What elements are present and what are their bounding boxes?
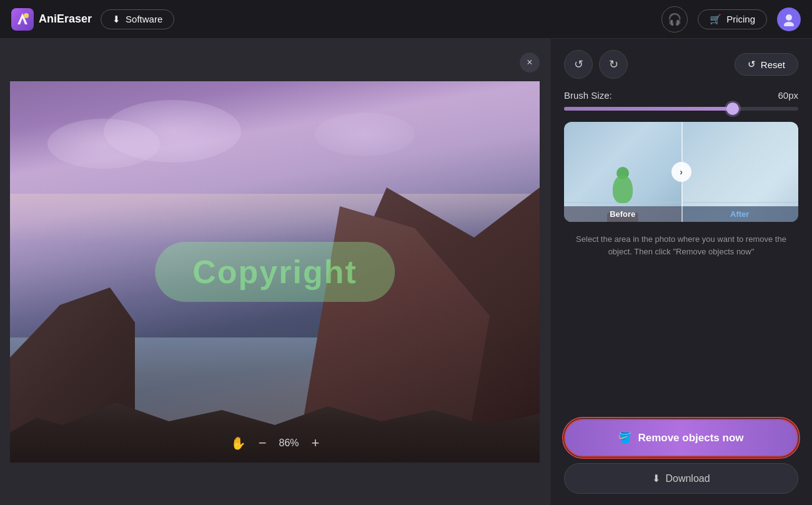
zoom-controls: ✋ − 86% + <box>230 435 320 451</box>
slider-fill <box>564 107 733 111</box>
support-button[interactable]: 🎧 <box>661 6 688 32</box>
header: AniEraser ⬇ Software 🎧 🛒 Pricing <box>0 0 812 39</box>
logo[interactable]: AniEraser <box>11 8 92 31</box>
before-after-preview: › Before After <box>564 122 798 222</box>
brush-header: Brush Size: 60px <box>564 90 798 101</box>
zoom-out-button[interactable]: − <box>259 435 267 451</box>
remove-label: Remove objects now <box>638 432 743 444</box>
toolbar-row: ↺ ↻ ↺ Reset <box>564 50 798 79</box>
svg-rect-0 <box>11 8 34 31</box>
pricing-button[interactable]: 🛒 Pricing <box>698 9 767 29</box>
cloud-3 <box>315 112 415 156</box>
software-button[interactable]: ⬇ Software <box>101 9 174 29</box>
user-icon <box>782 12 796 26</box>
brush-section: Brush Size: 60px <box>564 90 798 111</box>
canvas-area[interactable]: × <box>0 39 550 505</box>
bird-figure <box>607 172 638 209</box>
bottom-buttons: 🪣 Remove objects now ⬇ Download <box>564 419 798 494</box>
redo-icon: ↻ <box>609 58 618 71</box>
logo-icon <box>11 8 34 31</box>
download-icon: ⬇ <box>112 14 121 25</box>
reset-icon: ↺ <box>748 59 756 70</box>
remove-icon: 🪣 <box>618 431 631 444</box>
brush-size-value: 60px <box>778 90 798 101</box>
download-icon: ⬇ <box>652 472 660 484</box>
brush-slider[interactable] <box>564 107 798 111</box>
download-label: Download <box>665 473 710 484</box>
brush-size-label: Brush Size: <box>564 90 612 101</box>
cart-icon: 🛒 <box>710 14 721 25</box>
zoom-in-button[interactable]: + <box>312 435 320 451</box>
user-avatar[interactable] <box>777 8 801 31</box>
reset-button[interactable]: ↺ Reset <box>735 53 798 76</box>
svg-point-3 <box>786 14 792 21</box>
undo-button[interactable]: ↺ <box>564 50 593 79</box>
redo-button[interactable]: ↻ <box>599 50 628 79</box>
canvas-container[interactable]: Copyright <box>10 81 540 462</box>
slider-thumb[interactable] <box>726 102 739 115</box>
close-button[interactable]: × <box>520 52 540 72</box>
instruction-text: Select the area in the photo where you w… <box>564 233 798 258</box>
header-left: AniEraser ⬇ Software <box>11 8 174 31</box>
download-button[interactable]: ⬇ Download <box>564 463 798 494</box>
main-layout: × <box>0 39 812 505</box>
reset-label: Reset <box>761 59 785 70</box>
remove-objects-button[interactable]: 🪣 Remove objects now <box>564 419 798 457</box>
pricing-label: Pricing <box>726 14 755 24</box>
before-label: Before <box>564 206 681 222</box>
canvas-wrapper: × <box>10 81 540 462</box>
pan-cursor-icon: ✋ <box>230 436 246 451</box>
after-label: After <box>681 206 799 222</box>
right-panel: ↺ ↻ ↺ Reset Brush Size: 60px <box>550 39 812 505</box>
preview-inner: › Before After <box>564 122 798 222</box>
svg-point-2 <box>24 13 29 18</box>
canvas-image[interactable]: Copyright <box>10 81 540 462</box>
headphone-icon: 🎧 <box>668 12 681 26</box>
close-icon: × <box>527 57 532 68</box>
zoom-level: 86% <box>279 438 299 449</box>
header-right: 🎧 🛒 Pricing <box>661 6 801 32</box>
app-name: AniEraser <box>39 12 92 26</box>
cloud-2 <box>104 100 241 162</box>
bird-body <box>613 175 633 203</box>
undo-icon: ↺ <box>574 58 583 71</box>
copyright-watermark: Copyright <box>155 242 395 302</box>
preview-divider-arrow: › <box>671 162 691 182</box>
svg-point-4 <box>784 22 794 26</box>
software-label: Software <box>126 14 162 24</box>
